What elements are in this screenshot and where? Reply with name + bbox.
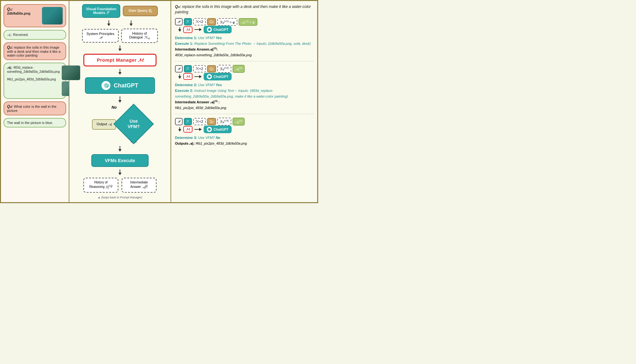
- token-a2: 𝒜₂(2): [233, 65, 245, 73]
- section2: 𝒫 ℱ ℋ<2 Q₂ ℛ₂(<2) 𝒜₂(2) 𝓜 ChatGPT: [175, 65, 313, 110]
- section1-execute: Execute 1: Replace Something From The Ph…: [175, 40, 313, 46]
- q2-label: Q₂:: [7, 45, 13, 50]
- token-f1: ℱ: [184, 18, 192, 25]
- bottom-dashed-row: History of Reasoning ℛi(<j) Intermediate…: [83, 178, 157, 192]
- section1-token-row: 𝒫 ℱ ℋ<2 Q₂ ℛ₂(<1) = φ 𝒜₂(1) = φ: [175, 18, 313, 26]
- section1-flow: 𝓜 ChatGPT: [178, 26, 313, 33]
- mini-chatgpt-icon-1: [207, 27, 212, 32]
- a1-text: 𝒜₁: Received.: [7, 33, 29, 37]
- history-dialogue-label: History of Dialogue ℋ<i: [129, 31, 150, 39]
- right-q2-label: Q₂:: [175, 4, 181, 9]
- section2-token-row: 𝒫 ℱ ℋ<2 Q₂ ℛ₂(<2) 𝒜₂(2): [175, 65, 313, 73]
- execute1-text: Replace Something From The Photo → Input…: [194, 42, 311, 45]
- inter2-label: Intermediate Answer 𝒜₂(3) :: [175, 100, 220, 104]
- a3-text: The wall in the picture is blue.: [7, 121, 53, 125]
- arrow-down-3: [118, 69, 122, 75]
- top-flow-row: Visual FoundationModels ℱ User Query Qi: [82, 4, 158, 18]
- prompt-manager-box: Prompt Manager 𝓜: [83, 54, 157, 66]
- q1-image: [42, 7, 63, 24]
- section3-flow: 𝓜 ChatGPT: [178, 126, 313, 133]
- mini-chatgpt-3: ChatGPT: [204, 126, 232, 133]
- determine2-label: Determine 2:: [175, 83, 198, 87]
- output-box: Output 𝒜i: [92, 119, 116, 130]
- second-flow-row: System Principles 𝒫 History of Dialogue …: [82, 29, 158, 43]
- arrow-down-6: [118, 169, 122, 175]
- q1-label: Q₁:: [7, 7, 13, 11]
- inter1-value: 483d_replace-something_2db9a50a_2db9a50a…: [175, 53, 252, 57]
- section2-flow: 𝓜 ChatGPT: [178, 73, 313, 80]
- m-box-1: 𝓜: [183, 26, 192, 33]
- mini-chatgpt-label-2: ChatGPT: [213, 75, 228, 79]
- determine3-label: Determine 3:: [175, 136, 198, 140]
- left-panel: Q₁: 2db9a50a.png 𝒜₁: Received. Q₂: repla…: [1, 1, 69, 202]
- token-a1: 𝒜₂(1) = φ: [239, 18, 257, 26]
- vfm-diamond: UseVFM?: [113, 104, 154, 144]
- svg-point-0: [208, 28, 211, 31]
- section2-determine: Determine 2: Use VFM? Yes: [175, 82, 313, 87]
- intermediate-answer-label: Intermediate Answer 𝒜i(j): [130, 181, 148, 189]
- q1-bubble: Q₁: 2db9a50a.png: [3, 4, 66, 27]
- q3-text: What color is the wall in the picture: [7, 105, 56, 113]
- determine3-text: Use VFM? No: [198, 136, 220, 140]
- a2-text1: 483d_replace-something_2db9a50a_2db9a50a…: [7, 66, 60, 73]
- right-panel: Q₂: replace the sofa in this image with …: [171, 1, 317, 202]
- arrow-down-2: [118, 45, 122, 51]
- token-p3: 𝒫: [175, 118, 183, 125]
- use-vfm-label: UseVFM?: [128, 119, 140, 129]
- inter1-label: Intermediate Answer𝒜₂(2):: [175, 47, 218, 51]
- q2-text: replace the sofa in this image with a de…: [7, 45, 60, 57]
- section2-inter: Intermediate Answer 𝒜₂(3) : f4b1_pix2pix…: [175, 99, 313, 110]
- right-q2-text: replace the sofa in this image with a de…: [175, 4, 311, 14]
- token-q2-3: Q₂: [207, 118, 216, 125]
- section1-determine: Determine 1: Use VFM? Yes: [175, 35, 313, 40]
- section1: 𝒫 ℱ ℋ<2 Q₂ ℛ₂(<1) = φ 𝒜₂(1) = φ 𝓜 ChatGP…: [175, 18, 313, 58]
- mini-chatgpt-label-3: ChatGPT: [213, 127, 228, 131]
- section3-outputs: Outputs 𝒜₂: f4b1_pix2pix_483d_2db9a50a.p…: [175, 140, 313, 146]
- arrow-down-4: [118, 96, 122, 103]
- token-h2: ℋ<2: [193, 65, 206, 72]
- token-p2: 𝒫: [175, 65, 183, 72]
- vfm-execute-box: VFMs Execute: [91, 154, 149, 167]
- svg-point-2: [208, 128, 211, 130]
- section2-execute: Execute 2: Instruct Image Using Text→ In…: [175, 87, 313, 99]
- token-f2: ℱ: [184, 65, 192, 72]
- history-dialogue-box: History of Dialogue ℋ<i: [121, 29, 158, 43]
- m-box-3: 𝓜: [183, 126, 192, 133]
- section3-token-row: 𝒫 ℱ ℋ<2 Q₂ ℛ₂(<3) 𝒜₂(3): [175, 118, 313, 126]
- system-principles-box: System Principles 𝒫: [82, 29, 119, 43]
- determine2-text: Use VFM? Yes: [198, 83, 222, 87]
- mini-chatgpt-icon-2: [207, 74, 212, 79]
- token-q2-2: Q₂: [207, 65, 216, 72]
- token-h3: ℋ<2: [193, 118, 206, 125]
- determine1-text: Use VFM? Yes: [198, 36, 222, 40]
- divider1: [175, 61, 313, 61]
- user-query-box: User Query Qi: [123, 6, 158, 16]
- mini-chatgpt-1: ChatGPT: [204, 26, 232, 33]
- a2-text2: f4b1_pix2pix_483d_2db9a50a.png: [7, 78, 56, 81]
- history-reasoning-box: History of Reasoning ℛi(<j): [83, 178, 118, 192]
- outputs3-label: Outputs 𝒜₂:: [175, 141, 196, 145]
- chatgpt-box: ChatGPT: [85, 77, 155, 94]
- diamond-row: Output 𝒜i No UseVFM? Yes: [92, 105, 148, 143]
- main-diagram: Q₁: 2db9a50a.png 𝒜₁: Received. Q₂: repla…: [0, 0, 318, 203]
- token-f3: ℱ: [184, 118, 192, 125]
- vfm-label: Visual FoundationModels ℱ: [86, 7, 116, 15]
- section1-inter: Intermediate Answer𝒜₂(2): 483d_replace-s…: [175, 46, 313, 58]
- output-label: Output 𝒜i: [96, 122, 111, 126]
- execute2-label: Execute 2:: [175, 89, 194, 93]
- diamond-container: No UseVFM? Yes: [119, 105, 148, 143]
- middle-panel: Visual FoundationModels ℱ User Query Qi …: [69, 1, 171, 202]
- determine1-label: Determine 1:: [175, 36, 198, 40]
- vfm-box: Visual FoundationModels ℱ: [82, 4, 120, 18]
- q3-bubble: Q₃: What color is the wall in the pictur…: [3, 101, 66, 115]
- divider2: [175, 114, 313, 114]
- token-h1: ℋ<2: [193, 18, 206, 25]
- system-principles-label: System Principles 𝒫: [87, 32, 114, 39]
- history-reasoning-label: History of Reasoning ℛi(<j): [89, 181, 113, 189]
- user-query-label: User Query Qi: [129, 9, 152, 12]
- m-box-2: 𝓜: [183, 73, 192, 80]
- section3: 𝒫 ℱ ℋ<2 Q₂ ℛ₂(<3) 𝒜₂(3) 𝓜 ChatGPT: [175, 118, 313, 146]
- arrow-down-5: [118, 146, 122, 152]
- token-r2: ℛ₂(<2): [217, 65, 231, 73]
- prompt-manager-label: Prompt Manager 𝓜: [97, 57, 143, 63]
